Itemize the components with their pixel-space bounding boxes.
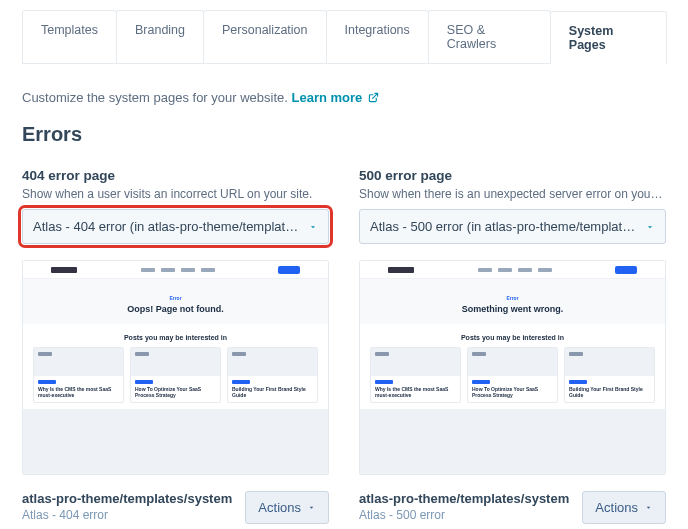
- card-footer: atlas-pro-theme/templates/systemAtlas - …: [359, 491, 666, 524]
- tab-branding[interactable]: Branding: [116, 10, 204, 63]
- card-sub: Show when there is an unexpected server …: [359, 187, 666, 201]
- tab-integrations[interactable]: Integrations: [326, 10, 429, 63]
- error-card: 404 error pageShow when a user visits an…: [22, 168, 329, 524]
- error-cards: 404 error pageShow when a user visits an…: [22, 168, 666, 524]
- section-heading: Errors: [22, 123, 666, 146]
- chevron-down-icon: [307, 503, 316, 512]
- template-path: atlas-pro-theme/templates/system: [359, 491, 569, 506]
- card-heading: 404 error page: [22, 168, 329, 183]
- actions-label: Actions: [258, 500, 301, 515]
- intro-copy: Customize the system pages for your webs…: [22, 90, 288, 105]
- tab-personalization[interactable]: Personalization: [203, 10, 326, 63]
- card-sub: Show when a user visits an incorrect URL…: [22, 187, 329, 201]
- chevron-down-icon: [308, 222, 318, 232]
- card-heading: 500 error page: [359, 168, 666, 183]
- template-select[interactable]: Atlas - 404 error (in atlas-pro-theme/te…: [22, 209, 329, 244]
- error-card: 500 error pageShow when there is an unex…: [359, 168, 666, 524]
- external-link-icon: [368, 92, 379, 103]
- actions-button[interactable]: Actions: [245, 491, 329, 524]
- settings-tabs: TemplatesBrandingPersonalizationIntegrat…: [22, 10, 666, 64]
- template-path: atlas-pro-theme/templates/system: [22, 491, 232, 506]
- chevron-down-icon: [645, 222, 655, 232]
- tab-system-pages[interactable]: System Pages: [550, 11, 667, 64]
- card-footer: atlas-pro-theme/templates/systemAtlas - …: [22, 491, 329, 524]
- chevron-down-icon: [644, 503, 653, 512]
- template-select[interactable]: Atlas - 500 error (in atlas-pro-theme/te…: [359, 209, 666, 244]
- template-preview: ErrorSomething went wrong.Posts you may …: [359, 260, 666, 475]
- tab-templates[interactable]: Templates: [22, 10, 117, 63]
- learn-more-label: Learn more: [292, 90, 363, 105]
- svg-line-0: [373, 93, 378, 98]
- actions-label: Actions: [595, 500, 638, 515]
- template-file: Atlas - 500 error: [359, 508, 569, 522]
- tab-seo-crawlers[interactable]: SEO & Crawlers: [428, 10, 551, 63]
- template-file: Atlas - 404 error: [22, 508, 232, 522]
- intro-text: Customize the system pages for your webs…: [22, 90, 666, 105]
- template-preview: ErrorOops! Page not found.Posts you may …: [22, 260, 329, 475]
- template-select-value: Atlas - 500 error (in atlas-pro-theme/te…: [370, 219, 635, 234]
- template-select-value: Atlas - 404 error (in atlas-pro-theme/te…: [33, 219, 298, 234]
- learn-more-link[interactable]: Learn more: [292, 90, 379, 105]
- actions-button[interactable]: Actions: [582, 491, 666, 524]
